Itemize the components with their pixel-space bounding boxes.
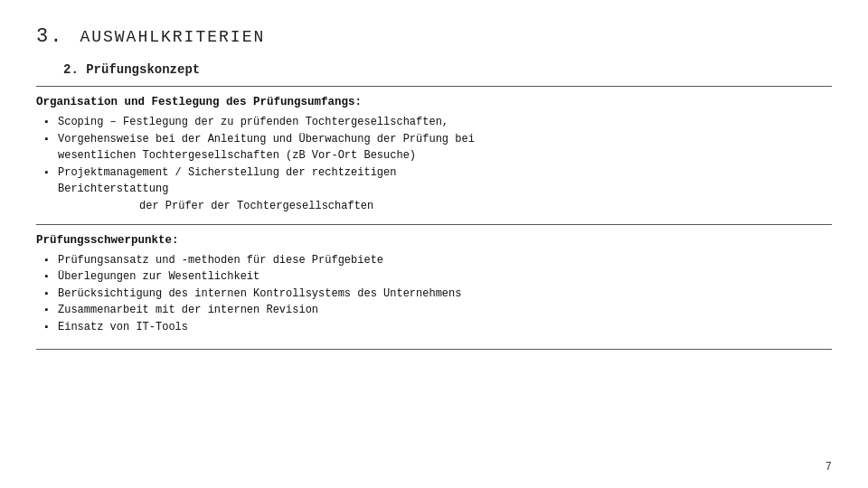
bullet-text: Berücksichtigung des internen Kontrollsy… <box>58 286 832 303</box>
section-number: 3. <box>36 25 63 48</box>
main-heading: 3. AUSWAHLKRITERIEN <box>36 25 832 48</box>
bullet-text: Zusammenarbeit mit der internen Revision <box>58 302 832 319</box>
list-item: ▪ Überlegungen zur Wesentlichkeit <box>43 268 832 286</box>
bullet-icon: ▪ <box>43 269 52 285</box>
block2: Prüfungsschwerpunkte: ▪ Prüfungsansatz u… <box>36 234 832 336</box>
bullet-icon: ▪ <box>43 286 52 302</box>
bullet-icon: ▪ <box>43 303 52 318</box>
page-container: 3. AUSWAHLKRITERIEN 2. Prüfungskonzept O… <box>0 0 868 488</box>
bullet-text: Vorgehensweise bei der Anleitung und Übe… <box>58 131 832 164</box>
bullet-text: Überlegungen zur Wesentlichkeit <box>58 268 832 286</box>
list-item: ▪ Einsatz von IT-Tools <box>43 319 832 336</box>
bullet-text: Einsatz von IT-Tools <box>58 319 832 336</box>
list-item: ▪ Vorgehensweise bei der Anleitung und Ü… <box>43 131 832 164</box>
bullet-text: Scoping – Festlegung der zu prüfenden To… <box>58 114 832 131</box>
section-title: AUSWAHLKRITERIEN <box>80 28 265 46</box>
top-divider <box>36 86 832 87</box>
block1: Organisation und Festlegung des Prüfungs… <box>36 96 832 215</box>
block2-title: Prüfungsschwerpunkte: <box>36 234 832 247</box>
bullet-text: Projektmanagement / Sicherstellung der r… <box>58 164 832 215</box>
list-item: ▪ Zusammenarbeit mit der internen Revisi… <box>43 302 832 319</box>
bullet-icon: ▪ <box>43 115 52 130</box>
block1-title: Organisation und Festlegung des Prüfungs… <box>36 96 832 108</box>
block2-bullet-list: ▪ Prüfungsansatz und -methoden für diese… <box>43 252 832 336</box>
bullet-icon: ▪ <box>43 253 52 268</box>
list-item: ▪ Scoping – Festlegung der zu prüfenden … <box>43 114 832 131</box>
page-number: 7 <box>826 461 832 474</box>
bullet-icon: ▪ <box>43 320 52 335</box>
bullet-icon: ▪ <box>43 165 52 181</box>
list-item: ▪ Prüfungsansatz und -methoden für diese… <box>43 252 832 269</box>
section-divider <box>36 224 832 225</box>
list-item: ▪ Projektmanagement / Sicherstellung der… <box>43 164 832 215</box>
list-item: ▪ Berücksichtigung des internen Kontroll… <box>43 286 832 303</box>
bullet-icon: ▪ <box>43 132 52 147</box>
block1-bullet-list: ▪ Scoping – Festlegung der zu prüfenden … <box>43 114 832 215</box>
bullet-text: Prüfungsansatz und -methoden für diese P… <box>58 252 832 269</box>
subsection-heading: 2. Prüfungskonzept <box>63 62 832 77</box>
bottom-divider <box>36 349 832 350</box>
